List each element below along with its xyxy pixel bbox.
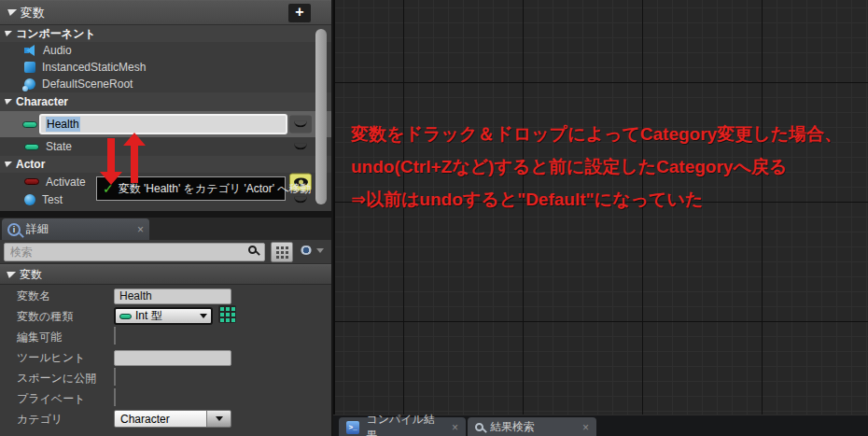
view-options-button[interactable] — [299, 246, 324, 255]
annotation-line-1: 変数をドラック＆ドロップによってCategory変更した場合、 — [351, 122, 842, 147]
eye-icon — [299, 246, 314, 255]
eye-closed-icon — [294, 121, 307, 128]
selected-text: Health — [46, 117, 80, 132]
row-tooltip: ツールヒント — [0, 346, 331, 367]
tab-find-results[interactable]: 結果検索 × — [468, 417, 596, 436]
property-label: ツールヒント — [17, 350, 85, 366]
chevron-down-icon — [216, 416, 223, 421]
dropdown-button[interactable] — [206, 411, 231, 427]
category-label: Character — [16, 95, 68, 108]
search-icon — [475, 423, 483, 431]
property-grid: 変数名 変数の種類 Int 型 編集可能 — [0, 285, 331, 429]
property-matrix-button[interactable] — [271, 242, 293, 262]
close-icon[interactable]: × — [573, 421, 589, 434]
component-item-label: InstancedStaticMesh — [42, 61, 146, 74]
chevron-down-icon — [200, 314, 207, 318]
variable-label: State — [46, 140, 72, 153]
row-category: カテゴリ Character — [0, 408, 331, 429]
details-info-icon: i — [7, 223, 21, 236]
search-input[interactable] — [4, 243, 265, 261]
property-label: 編集可能 — [17, 330, 62, 345]
variable-label: Activate — [46, 176, 86, 189]
visibility-toggle[interactable] — [289, 138, 312, 156]
blueprint-editor: 変数 + コンポーネント Audio InstancedStaticMesh D… — [0, 0, 868, 436]
tab-details[interactable]: i 詳細 × — [2, 218, 149, 240]
grid-icon — [276, 246, 279, 249]
variable-type-dropdown[interactable]: Int 型 — [114, 307, 213, 325]
caret-down-icon — [6, 9, 17, 16]
bool-variable-pill-icon — [24, 178, 39, 185]
component-item-label: DefaultSceneRoot — [42, 77, 133, 91]
array-grid-icon — [220, 307, 224, 311]
section-title: 変数 — [20, 267, 42, 283]
component-item-instanced-static-mesh[interactable]: InstancedStaticMesh — [0, 59, 331, 76]
variable-row-state[interactable]: State — [0, 137, 331, 156]
details-panel: i 詳細 × 変数 変数名 — [0, 218, 331, 436]
int-variable-pill-icon — [22, 121, 37, 128]
property-label: スポーンに公開 — [17, 371, 96, 387]
property-label: カテゴリ — [17, 412, 63, 428]
variable-row-health[interactable]: Health — [0, 111, 331, 137]
category-value: Character — [115, 411, 206, 427]
variable-label: Test — [42, 193, 63, 206]
component-item-default-scene-root[interactable]: DefaultSceneRoot — [0, 76, 331, 92]
tooltip-input[interactable] — [114, 350, 231, 366]
variables-section-title: 変数 — [21, 5, 45, 21]
scene-root-component-icon — [24, 78, 35, 90]
details-search-row — [0, 240, 331, 264]
tab-label: コンパイル結果 — [366, 412, 442, 436]
annotation-arrows — [93, 127, 149, 189]
component-item-audio[interactable]: Audio — [0, 42, 331, 59]
component-item-label: Audio — [43, 44, 72, 57]
search-icon — [248, 246, 257, 254]
audio-component-icon — [24, 45, 36, 56]
caret-down-icon — [5, 272, 16, 278]
category-actor[interactable]: Actor — [0, 156, 331, 173]
editable-checkbox[interactable] — [114, 327, 116, 345]
row-expose-on-spawn: スポーンに公開 — [0, 367, 331, 387]
visibility-toggle[interactable] — [289, 116, 312, 134]
container-type-button[interactable] — [218, 305, 236, 323]
category-character[interactable]: Character — [0, 92, 331, 111]
caret-down-icon — [3, 99, 12, 105]
console-icon: >_ — [346, 421, 359, 434]
tab-label: 結果検索 — [490, 419, 535, 435]
category-label: コンポーネント — [16, 26, 96, 42]
int-type-pill-icon — [119, 314, 132, 319]
bottom-tab-bar: >_ コンパイル結果 × 結果検索 × — [333, 415, 868, 436]
vertical-scrollbar[interactable] — [315, 29, 327, 204]
category-dropdown[interactable]: Character — [114, 410, 231, 428]
expose-on-spawn-checkbox[interactable] — [114, 368, 116, 386]
close-icon[interactable]: × — [442, 421, 458, 434]
category-label: Actor — [16, 158, 45, 171]
row-editable: 編集可能 — [0, 326, 331, 346]
annotation-line-3: ⇒以前はundoすると"Default"になっていた — [351, 188, 703, 212]
eye-closed-icon — [294, 196, 307, 203]
add-variable-button[interactable]: + — [288, 4, 311, 22]
row-private: プライベート — [0, 387, 331, 408]
details-tabbar: i 詳細 × — [0, 218, 331, 240]
variable-name-edit-field[interactable]: Health — [39, 114, 287, 134]
annotation-line-2: undo(Ctrl+Zなど)すると前に設定したCategoryへ戻る — [351, 155, 787, 179]
int-variable-pill-icon — [24, 144, 39, 150]
caret-down-icon — [3, 162, 12, 167]
type-value: Int 型 — [135, 308, 162, 324]
caret-down-icon — [3, 31, 12, 36]
my-blueprint-panel: 変数 + コンポーネント Audio InstancedStaticMesh D… — [0, 0, 331, 211]
tab-compile-results[interactable]: >_ コンパイル結果 × — [339, 417, 466, 436]
eye-closed-icon — [294, 144, 307, 150]
category-components[interactable]: コンポーネント — [0, 25, 331, 42]
object-variable-icon — [24, 194, 35, 205]
private-checkbox[interactable] — [114, 388, 116, 406]
chevron-down-icon — [316, 248, 324, 253]
property-label: 変数の種類 — [17, 309, 73, 325]
blueprint-graph-canvas[interactable]: 変数をドラック＆ドロップによってCategory変更した場合、 undo(Ctr… — [333, 0, 868, 415]
property-label: プライベート — [17, 391, 85, 407]
static-mesh-component-icon — [24, 62, 35, 73]
close-icon[interactable]: × — [137, 223, 144, 236]
variables-section-header[interactable]: 変数 + — [0, 1, 331, 25]
row-variable-name: 変数名 — [0, 285, 331, 305]
variable-name-input[interactable] — [114, 288, 231, 304]
details-variable-section-header[interactable]: 変数 — [0, 264, 331, 285]
tab-label: 詳細 — [26, 221, 49, 237]
